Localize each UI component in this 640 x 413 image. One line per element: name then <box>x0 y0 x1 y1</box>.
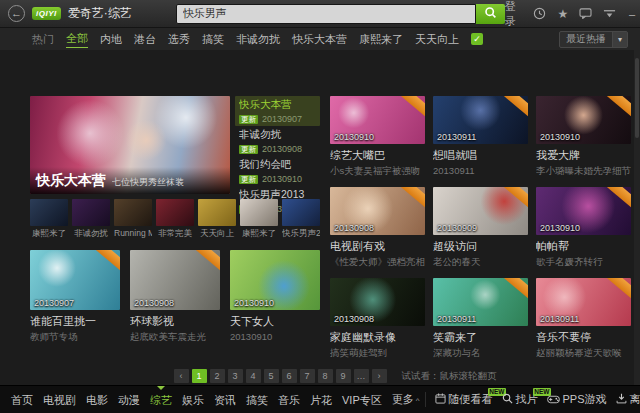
nav-item-tv-series[interactable]: 电视剧 <box>38 386 81 413</box>
filter-item-comedy[interactable]: 搞笑 <box>202 32 224 47</box>
nav-item-home[interactable]: 首页 <box>6 386 38 413</box>
minimize-button[interactable]: – <box>627 8 637 20</box>
page-button[interactable]: 5 <box>264 369 279 383</box>
left-card-row: 20130907 谁能百里挑一 教师节专场 20130908 环球影视 起底欧美… <box>30 250 320 344</box>
video-title[interactable]: 音乐不要停 <box>536 330 631 345</box>
filter-item-feichengwurao[interactable]: 非诚勿扰 <box>236 32 280 47</box>
shortcut-browse[interactable]: 随便看看 NEW <box>435 392 493 407</box>
nav-item-movies[interactable]: 电影 <box>81 386 113 413</box>
video-card[interactable]: 20130910 综艺大嘴巴 小s夫妻吴福宇被强吻 <box>330 96 425 178</box>
nav-item-more[interactable]: 更多^ <box>387 385 425 413</box>
search-input[interactable] <box>176 4 476 24</box>
video-title[interactable]: 帕帕帮 <box>536 239 631 254</box>
video-title[interactable]: 我爱大牌 <box>536 148 631 163</box>
video-card[interactable]: 20130908 电视剧有戏 《性爱大师》强档亮相 <box>330 187 425 269</box>
page-button[interactable]: 9 <box>336 369 351 383</box>
strip-caption: Running Man <box>114 228 152 238</box>
video-card[interactable]: 20130908 环球影视 起底欧美车震走光 <box>130 250 220 344</box>
favorites-icon[interactable]: ★ <box>557 8 568 20</box>
nav-item-entertainment[interactable]: 娱乐 <box>177 386 209 413</box>
strip-item[interactable]: Running Man <box>114 199 152 240</box>
sort-dropdown[interactable]: 最近热播 ▾ <box>559 31 628 48</box>
caret-up-icon: ^ <box>416 396 420 405</box>
episode-date: 20130910 <box>262 174 302 184</box>
back-button[interactable]: ← <box>8 5 25 22</box>
video-thumbnail: 20130910 <box>330 96 425 144</box>
filter-item-kuailedabenying[interactable]: 快乐大本营 <box>292 32 347 47</box>
nav-item-clips[interactable]: 片花 <box>305 386 337 413</box>
strip-item[interactable]: 快乐男声2013 <box>282 199 320 240</box>
page-button[interactable]: 7 <box>300 369 315 383</box>
filter-item-mainland[interactable]: 内地 <box>100 32 122 47</box>
video-title[interactable]: 电视剧有戏 <box>330 239 425 254</box>
filter-item-all[interactable]: 全部 <box>66 31 88 48</box>
featured-caption: 快乐大本营 七位快男秀丝袜装 <box>30 167 230 194</box>
video-card[interactable]: 20130911 音乐不要停 赵丽颖杨幂逆天歌喉 <box>536 278 631 360</box>
video-card[interactable]: 20130910 帕帕帮 歌手名媛齐转行 <box>536 187 631 269</box>
page-prev-button[interactable]: ‹ <box>174 369 189 383</box>
nav-item-music[interactable]: 音乐 <box>273 386 305 413</box>
search-button[interactable] <box>476 4 505 24</box>
title-bar: ← iQIYI 爱奇艺·综艺 登录 ★ – ❐ × <box>0 0 640 28</box>
login-link[interactable]: 登录 <box>505 0 523 29</box>
filter-item-tiantianxiangshang[interactable]: 天天向上 <box>415 32 459 47</box>
video-card[interactable]: 20130911 想唱就唱 20130911 <box>433 96 528 178</box>
featured-subtitle: 七位快男秀丝袜装 <box>112 176 184 189</box>
page-button[interactable]: 1 <box>192 369 207 383</box>
page-next-button[interactable]: › <box>372 369 387 383</box>
strip-item[interactable]: 天天向上 <box>198 199 236 240</box>
nav-item-comedy[interactable]: 搞笑 <box>241 386 273 413</box>
message-icon[interactable] <box>579 8 592 19</box>
dropdown-menu-icon[interactable] <box>603 9 616 19</box>
featured-title: 快乐大本营 <box>36 172 106 190</box>
video-date: 20130910 <box>334 132 374 142</box>
strip-item[interactable]: 康熙来了 <box>30 199 68 240</box>
featured-poster[interactable]: 快乐大本营 七位快男秀丝袜装 <box>30 96 230 194</box>
strip-item[interactable]: 非常完美 <box>156 199 194 240</box>
filter-item-kangxilaile[interactable]: 康熙来了 <box>359 32 403 47</box>
shortcut-find-video[interactable]: 找片 NEW <box>502 392 538 407</box>
nav-item-variety[interactable]: 综艺 <box>145 386 177 413</box>
video-card[interactable]: 20130910 天下女人 20130910 <box>230 250 320 344</box>
page-button[interactable]: 4 <box>246 369 261 383</box>
episode-item[interactable]: 快乐大本营 更新20130907 <box>235 96 320 126</box>
page-button[interactable]: 6 <box>282 369 297 383</box>
nav-item-vip[interactable]: VIP专区 <box>337 386 387 413</box>
pagination: ‹ 1 2 3 4 5 6 7 8 9 … › 试试看：鼠标滚轮翻页 <box>30 369 640 383</box>
video-title[interactable]: 天下女人 <box>230 314 320 329</box>
episode-item[interactable]: 我们约会吧 更新20130910 <box>235 156 320 186</box>
episode-list: 快乐大本营 更新20130907 非诚勿扰 更新20130908 我们约会吧 更… <box>235 96 320 194</box>
corner-ribbon <box>93 250 120 274</box>
nav-item-anime[interactable]: 动漫 <box>113 386 145 413</box>
strip-item[interactable]: 康熙来了 <box>240 199 278 240</box>
filter-item-hktw[interactable]: 港台 <box>134 32 156 47</box>
strip-thumbnail <box>30 199 68 226</box>
video-card[interactable]: 20130909 超级访问 老公的春天 <box>433 187 528 269</box>
scrollbar-track[interactable] <box>634 50 640 385</box>
video-card[interactable]: 20130908 家庭幽默录像 搞笑萌娃驾到 <box>330 278 425 360</box>
shortcut-offline-viewing[interactable]: 离线观看 <box>616 392 640 407</box>
video-card[interactable]: 20130910 我爱大牌 李小璐曝未婚先孕细节 <box>536 96 631 178</box>
page-button[interactable]: 8 <box>318 369 333 383</box>
video-card[interactable]: 20130911 笑霸来了 深藏功与名 <box>433 278 528 360</box>
video-title[interactable]: 超级访问 <box>433 239 528 254</box>
strip-item[interactable]: 非诚勿扰 <box>72 199 110 240</box>
episode-item[interactable]: 非诚勿扰 更新20130908 <box>235 126 320 156</box>
video-title[interactable]: 笑霸来了 <box>433 330 528 345</box>
video-date: 20130911 <box>540 314 579 324</box>
scrollbar-thumb[interactable] <box>635 58 639 138</box>
page-button[interactable]: 2 <box>210 369 225 383</box>
nav-item-news[interactable]: 资讯 <box>209 386 241 413</box>
video-card[interactable]: 20130907 谁能百里挑一 教师节专场 <box>30 250 120 344</box>
video-title[interactable]: 家庭幽默录像 <box>330 330 425 345</box>
filter-item-talent[interactable]: 选秀 <box>168 32 190 47</box>
shortcut-pps-games[interactable]: PPS游戏 <box>547 392 607 407</box>
video-title[interactable]: 谁能百里挑一 <box>30 314 120 329</box>
history-icon[interactable] <box>533 7 546 20</box>
filter-check-icon[interactable]: ✓ <box>471 33 483 45</box>
page-button[interactable]: 3 <box>228 369 243 383</box>
episode-date: 20130907 <box>262 114 302 124</box>
video-title[interactable]: 环球影视 <box>130 314 220 329</box>
video-title[interactable]: 综艺大嘴巴 <box>330 148 425 163</box>
video-title[interactable]: 想唱就唱 <box>433 148 528 163</box>
